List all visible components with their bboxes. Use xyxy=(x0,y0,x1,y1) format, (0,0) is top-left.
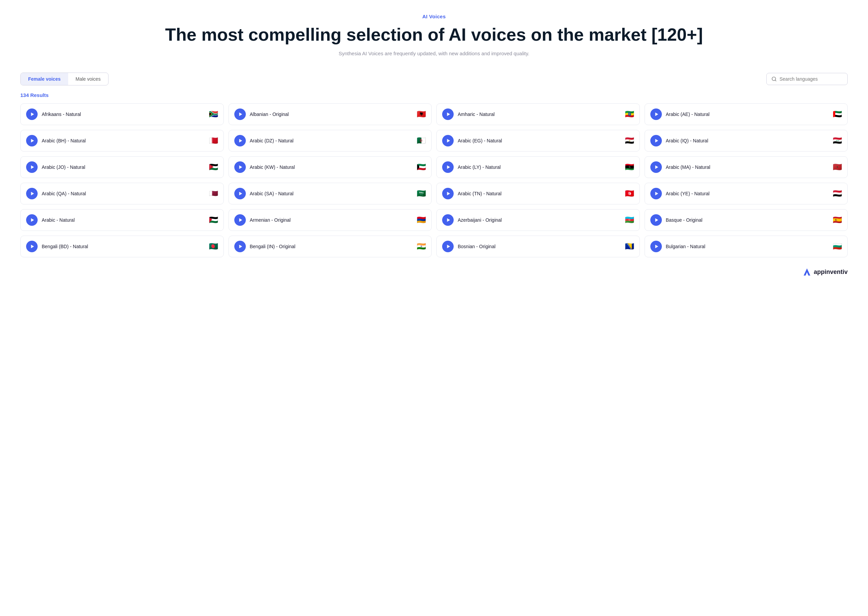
card-left: Arabic (MA) - Natural xyxy=(650,161,710,173)
card-left: Arabic (IQ) - Natural xyxy=(650,135,708,146)
voice-card[interactable]: Arabic - Natural 🇵🇸 xyxy=(20,209,224,231)
play-button[interactable] xyxy=(26,135,38,146)
voice-card[interactable]: Bosnian - Original 🇧🇦 xyxy=(436,236,640,257)
play-button[interactable] xyxy=(234,188,246,200)
play-button[interactable] xyxy=(650,188,662,200)
play-button[interactable] xyxy=(26,241,38,252)
play-icon xyxy=(238,218,243,222)
voice-name: Arabic - Natural xyxy=(42,217,75,223)
voice-card[interactable]: Albanian - Original 🇦🇱 xyxy=(228,104,432,125)
flag-icon: 🇧🇭 xyxy=(209,136,218,145)
appinventiv-logo-icon xyxy=(802,267,812,277)
svg-marker-20 xyxy=(447,218,450,222)
play-button[interactable] xyxy=(26,108,38,120)
voice-name: Bengali (IN) - Original xyxy=(250,244,296,249)
voice-card[interactable]: Arabic (YE) - Natural 🇾🇪 xyxy=(645,183,848,204)
card-left: Arabic (KW) - Natural xyxy=(234,161,295,173)
play-icon xyxy=(30,165,35,170)
svg-marker-7 xyxy=(239,139,242,143)
voice-card[interactable]: Armenian - Original 🇦🇲 xyxy=(228,209,432,231)
voice-card[interactable]: Arabic (AE) - Natural 🇦🇪 xyxy=(645,104,848,125)
card-left: Arabic (LY) - Natural xyxy=(442,161,501,173)
controls-bar: Female voices Male voices xyxy=(20,72,848,85)
card-left: Amharic - Natural xyxy=(442,108,495,120)
play-icon xyxy=(30,218,35,222)
tab-female-voices[interactable]: Female voices xyxy=(21,73,68,85)
play-button[interactable] xyxy=(442,161,454,173)
voice-card[interactable]: Arabic (TN) - Natural 🇹🇳 xyxy=(436,183,640,204)
card-left: Arabic (BH) - Natural xyxy=(26,135,86,146)
card-left: Arabic - Natural xyxy=(26,214,75,226)
play-icon xyxy=(238,138,243,143)
play-button[interactable] xyxy=(650,135,662,146)
flag-icon: 🇹🇳 xyxy=(625,189,634,198)
voice-card[interactable]: Arabic (QA) - Natural 🇶🇦 xyxy=(20,183,224,204)
play-button[interactable] xyxy=(26,188,38,200)
voice-card[interactable]: Arabic (BH) - Natural 🇧🇭 xyxy=(20,130,224,152)
voice-card[interactable]: Arabic (EG) - Natural 🇪🇬 xyxy=(436,130,640,152)
play-button[interactable] xyxy=(442,108,454,120)
flag-icon: 🇾🇪 xyxy=(833,189,842,198)
play-button[interactable] xyxy=(442,188,454,200)
voice-card[interactable]: Bengali (IN) - Original 🇮🇳 xyxy=(228,236,432,257)
play-icon xyxy=(446,191,451,196)
play-button[interactable] xyxy=(442,214,454,226)
play-button[interactable] xyxy=(234,161,246,173)
svg-marker-2 xyxy=(31,113,34,116)
svg-marker-8 xyxy=(447,139,450,143)
flag-icon: 🇮🇳 xyxy=(417,242,426,251)
play-icon xyxy=(446,244,451,249)
voice-card[interactable]: Arabic (IQ) - Natural 🇮🇶 xyxy=(645,130,848,152)
play-button[interactable] xyxy=(650,214,662,226)
voice-card[interactable]: Arabic (JO) - Natural 🇯🇴 xyxy=(20,156,224,178)
play-button[interactable] xyxy=(650,161,662,173)
voice-card[interactable]: Basque - Original 🇪🇸 xyxy=(645,209,848,231)
card-left: Arabic (YE) - Natural xyxy=(650,188,710,200)
svg-marker-10 xyxy=(31,165,34,169)
play-icon xyxy=(238,191,243,196)
play-button[interactable] xyxy=(234,108,246,120)
play-icon xyxy=(654,165,659,170)
voice-name: Basque - Original xyxy=(666,217,703,223)
play-button[interactable] xyxy=(234,241,246,252)
voice-name: Armenian - Original xyxy=(250,217,291,223)
search-input[interactable] xyxy=(780,76,843,82)
voice-card[interactable]: Bengali (BD) - Natural 🇧🇩 xyxy=(20,236,224,257)
voice-card[interactable]: Arabic (DZ) - Natural 🇩🇿 xyxy=(228,130,432,152)
voice-card[interactable]: Azerbaijani - Original 🇦🇿 xyxy=(436,209,640,231)
ai-voices-label: AI Voices xyxy=(20,14,848,19)
svg-marker-15 xyxy=(239,192,242,196)
play-button[interactable] xyxy=(442,135,454,146)
play-button[interactable] xyxy=(650,241,662,252)
play-icon xyxy=(446,165,451,170)
results-count: 134 Results xyxy=(20,92,848,98)
voice-card[interactable]: Amharic - Natural 🇪🇹 xyxy=(436,104,640,125)
play-button[interactable] xyxy=(442,241,454,252)
card-left: Albanian - Original xyxy=(234,108,289,120)
voice-name: Arabic (SA) - Natural xyxy=(250,191,294,196)
flag-icon: 🇸🇦 xyxy=(417,189,426,198)
voice-name: Arabic (TN) - Natural xyxy=(458,191,502,196)
svg-marker-3 xyxy=(239,113,242,116)
voice-card[interactable]: Arabic (SA) - Natural 🇸🇦 xyxy=(228,183,432,204)
play-icon xyxy=(654,138,659,143)
voice-card[interactable]: Arabic (KW) - Natural 🇰🇼 xyxy=(228,156,432,178)
play-button[interactable] xyxy=(26,214,38,226)
voice-name: Bengali (BD) - Natural xyxy=(42,244,88,249)
card-left: Afrikaans - Natural xyxy=(26,108,81,120)
svg-marker-5 xyxy=(655,113,658,116)
voice-card[interactable]: Bulgarian - Natural 🇧🇬 xyxy=(645,236,848,257)
svg-marker-16 xyxy=(447,192,450,196)
voice-card[interactable]: Arabic (LY) - Natural 🇱🇾 xyxy=(436,156,640,178)
play-button[interactable] xyxy=(234,135,246,146)
voice-card[interactable]: Afrikaans - Natural 🇿🇦 xyxy=(20,104,224,125)
svg-marker-12 xyxy=(447,165,450,169)
play-button[interactable] xyxy=(26,161,38,173)
card-left: Bulgarian - Natural xyxy=(650,241,706,252)
play-button[interactable] xyxy=(234,214,246,226)
tab-male-voices[interactable]: Male voices xyxy=(68,73,108,85)
flag-icon: 🇿🇦 xyxy=(209,110,218,119)
play-icon xyxy=(654,112,659,116)
voice-card[interactable]: Arabic (MA) - Natural 🇲🇦 xyxy=(645,156,848,178)
play-button[interactable] xyxy=(650,108,662,120)
